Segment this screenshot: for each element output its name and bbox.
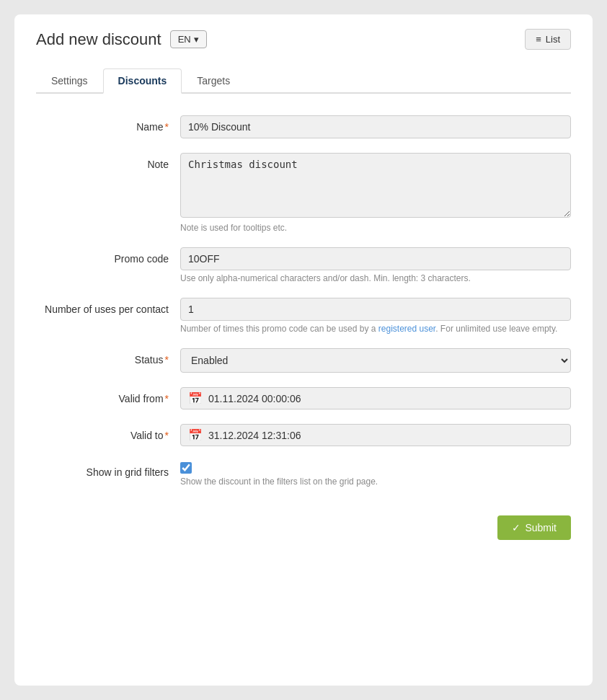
list-button[interactable]: ≡ List xyxy=(525,29,571,50)
name-input[interactable] xyxy=(180,115,571,138)
show-grid-label: Show in grid filters xyxy=(36,461,180,478)
submit-button[interactable]: ✓ Submit xyxy=(497,515,571,540)
valid-to-row: Valid to* 📅 31.12.2024 12:31:06 xyxy=(36,424,571,446)
note-field: Note is used for tooltips etc. xyxy=(180,153,571,233)
valid-to-required-star: * xyxy=(165,430,169,441)
promo-code-hint: Use only alpha-numerical characters and/… xyxy=(180,273,571,283)
promo-code-row: Promo code Use only alpha-numerical char… xyxy=(36,247,571,283)
uses-hint-link[interactable]: registered user xyxy=(378,324,435,334)
name-required-star: * xyxy=(165,121,169,133)
uses-field: Number of times this promo code can be u… xyxy=(180,298,571,334)
show-grid-checkbox-wrapper xyxy=(180,461,571,474)
header: Add new discount EN ▾ ≡ List xyxy=(36,29,571,50)
show-grid-hint: Show the discount in the filters list on… xyxy=(180,477,571,487)
uses-row: Number of uses per contact Number of tim… xyxy=(36,298,571,334)
tab-settings[interactable]: Settings xyxy=(36,68,103,94)
note-textarea[interactable] xyxy=(180,153,571,218)
valid-to-field: 📅 31.12.2024 12:31:06 xyxy=(180,424,571,446)
valid-to-label: Valid to* xyxy=(36,424,180,441)
uses-hint-part1: Number of times this promo code can be u… xyxy=(180,324,378,334)
show-grid-row: Show in grid filters Show the discount i… xyxy=(36,461,571,487)
language-button[interactable]: EN ▾ xyxy=(170,30,207,48)
valid-from-input-wrapper[interactable]: 📅 01.11.2024 00:00:06 xyxy=(180,387,571,409)
promo-code-input[interactable] xyxy=(180,247,571,270)
tabs: Settings Discounts Targets xyxy=(36,67,571,94)
language-label: EN xyxy=(178,34,191,45)
page-container: Add new discount EN ▾ ≡ List Settings Di… xyxy=(14,14,593,686)
form: Name* Note Note is used for tooltips etc… xyxy=(36,115,571,540)
show-grid-checkbox[interactable] xyxy=(180,462,192,474)
note-row: Note Note is used for tooltips etc. xyxy=(36,153,571,233)
name-label: Name* xyxy=(36,115,180,133)
list-button-label: List xyxy=(546,34,560,45)
list-icon: ≡ xyxy=(536,34,541,45)
status-select[interactable]: Enabled Disabled xyxy=(180,348,571,373)
show-grid-field: Show the discount in the filters list on… xyxy=(180,461,571,487)
note-hint: Note is used for tooltips etc. xyxy=(180,223,571,233)
tab-targets[interactable]: Targets xyxy=(182,68,245,94)
note-label: Note xyxy=(36,153,180,170)
page-title: Add new discount xyxy=(36,30,161,49)
status-label: Status* xyxy=(36,348,180,365)
valid-from-required-star: * xyxy=(165,393,169,404)
promo-code-label: Promo code xyxy=(36,247,180,265)
valid-from-row: Valid from* 📅 01.11.2024 00:00:06 xyxy=(36,387,571,409)
status-required-star: * xyxy=(165,354,169,365)
valid-to-value: 31.12.2024 12:31:06 xyxy=(208,430,301,441)
status-field: Enabled Disabled xyxy=(180,348,571,373)
calendar-icon-to: 📅 xyxy=(188,428,203,442)
tab-targets-label: Targets xyxy=(197,75,230,87)
tab-discounts[interactable]: Discounts xyxy=(103,68,182,94)
submit-row: ✓ Submit xyxy=(36,515,571,540)
valid-to-input-wrapper[interactable]: 📅 31.12.2024 12:31:06 xyxy=(180,424,571,446)
status-row: Status* Enabled Disabled xyxy=(36,348,571,373)
uses-hint-part2: . For unlimited use leave empty. xyxy=(435,324,557,334)
name-row: Name* xyxy=(36,115,571,138)
uses-label: Number of uses per contact xyxy=(36,298,180,315)
uses-hint: Number of times this promo code can be u… xyxy=(180,324,571,334)
tab-discounts-label: Discounts xyxy=(118,75,167,87)
chevron-down-icon: ▾ xyxy=(194,34,199,45)
checkmark-icon: ✓ xyxy=(512,522,520,533)
tab-settings-label: Settings xyxy=(51,75,88,87)
submit-label: Submit xyxy=(525,522,557,533)
promo-code-field: Use only alpha-numerical characters and/… xyxy=(180,247,571,283)
calendar-icon-from: 📅 xyxy=(188,391,203,405)
uses-input[interactable] xyxy=(180,298,571,321)
show-grid-hint-text: Show the discount in the filters list on… xyxy=(180,477,378,487)
header-left: Add new discount EN ▾ xyxy=(36,30,207,49)
name-field xyxy=(180,115,571,138)
valid-from-label: Valid from* xyxy=(36,387,180,404)
valid-from-value: 01.11.2024 00:00:06 xyxy=(208,393,301,404)
valid-from-field: 📅 01.11.2024 00:00:06 xyxy=(180,387,571,409)
